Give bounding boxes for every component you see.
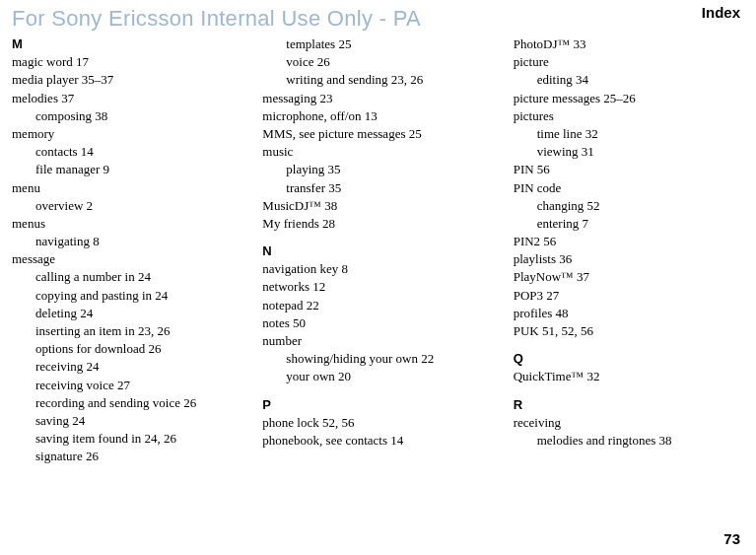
index-subentry: recording and sending voice 26 — [35, 394, 239, 412]
index-subentry: writing and sending 23, 26 — [286, 71, 489, 89]
index-subentry: signature 26 — [35, 448, 239, 465]
section-letter-n: N — [262, 243, 489, 260]
index-entry: PIN 56 — [514, 161, 740, 178]
index-entry: profiles 48 — [514, 305, 740, 322]
index-entry: phonebook, see contacts 14 — [262, 432, 489, 450]
index-subentry: templates 25 — [286, 35, 489, 53]
index-entry: playlists 36 — [514, 250, 740, 268]
index-subentry: entering 7 — [537, 215, 740, 233]
index-entry: messaging 23 — [262, 90, 489, 107]
index-subentry: deleting 24 — [35, 305, 239, 322]
index-entry: number — [262, 332, 489, 350]
index-entry: picture — [514, 53, 740, 71]
index-entry: PlayNow™ 37 — [514, 268, 740, 286]
section-letter-r: R — [514, 396, 740, 414]
index-entry: MMS, see picture messages 25 — [262, 125, 489, 143]
index-entry: media player 35–37 — [12, 71, 239, 89]
index-entry: PhotoDJ™ 33 — [514, 35, 740, 53]
index-subentry: contacts 14 — [35, 143, 239, 161]
index-entry: picture messages 25–26 — [514, 90, 740, 107]
index-column-2: templates 25 voice 26 writing and sendin… — [262, 35, 489, 466]
index-subentry: time line 32 — [537, 125, 740, 143]
index-entry: networks 12 — [262, 278, 489, 296]
section-letter-q: Q — [514, 350, 740, 368]
index-subentry: composing 38 — [35, 107, 239, 125]
index-column-1: M magic word 17 media player 35–37 melod… — [12, 35, 239, 466]
index-entry: music — [262, 143, 489, 161]
index-subentry: inserting an item in 23, 26 — [35, 322, 239, 340]
index-subentry: saving item found in 24, 26 — [35, 430, 239, 448]
index-subentry: receiving 24 — [35, 358, 239, 376]
index-entry: phone lock 52, 56 — [262, 414, 489, 432]
index-entry: memory — [12, 125, 239, 143]
index-entry: POP3 27 — [514, 287, 740, 305]
index-entry: magic word 17 — [12, 53, 239, 71]
index-entry: My friends 28 — [262, 215, 489, 233]
index-subentry: viewing 31 — [537, 143, 740, 161]
index-entry: menus — [12, 215, 239, 233]
index-subentry: your own 20 — [286, 368, 489, 385]
index-subentry: overview 2 — [35, 197, 239, 215]
index-subentry: playing 35 — [286, 161, 489, 178]
index-subentry: melodies and ringtones 38 — [537, 432, 740, 450]
index-entry: notes 50 — [262, 314, 489, 332]
index-subentry: options for download 26 — [35, 340, 239, 358]
index-entry: PIN2 56 — [514, 233, 740, 250]
index-entry: menu — [12, 179, 239, 197]
index-subentry: copying and pasting in 24 — [35, 287, 239, 305]
section-letter-p: P — [262, 396, 489, 414]
index-subentry: navigating 8 — [35, 233, 239, 250]
index-subentry: file manager 9 — [35, 161, 239, 178]
index-entry: QuickTime™ 32 — [514, 368, 740, 385]
index-subentry: transfer 35 — [286, 179, 489, 197]
section-letter-m: M — [12, 35, 239, 53]
index-entry: message — [12, 250, 239, 268]
index-entry: melodies 37 — [12, 90, 239, 107]
index-entry: pictures — [514, 107, 740, 125]
index-entry: PIN code — [514, 179, 740, 197]
index-columns: M magic word 17 media player 35–37 melod… — [12, 35, 740, 466]
index-subentry: voice 26 — [286, 53, 489, 71]
index-entry: microphone, off/on 13 — [262, 107, 489, 125]
index-entry: navigation key 8 — [262, 260, 489, 278]
index-subentry: receiving voice 27 — [35, 377, 239, 394]
index-column-3: PhotoDJ™ 33 picture editing 34 picture m… — [514, 35, 740, 466]
index-subentry: editing 34 — [537, 71, 740, 89]
page-title: Index — [702, 4, 740, 21]
index-subentry: showing/hiding your own 22 — [286, 350, 489, 368]
watermark-text: For Sony Ericsson Internal Use Only - PA — [12, 6, 421, 32]
index-entry: MusicDJ™ 38 — [262, 197, 489, 215]
index-entry: receiving — [514, 414, 740, 432]
index-entry: PUK 51, 52, 56 — [514, 322, 740, 340]
index-subentry: calling a number in 24 — [35, 268, 239, 286]
index-subentry: changing 52 — [537, 197, 740, 215]
index-entry: notepad 22 — [262, 297, 489, 314]
page-number: 73 — [723, 530, 740, 547]
index-subentry: saving 24 — [35, 412, 239, 430]
